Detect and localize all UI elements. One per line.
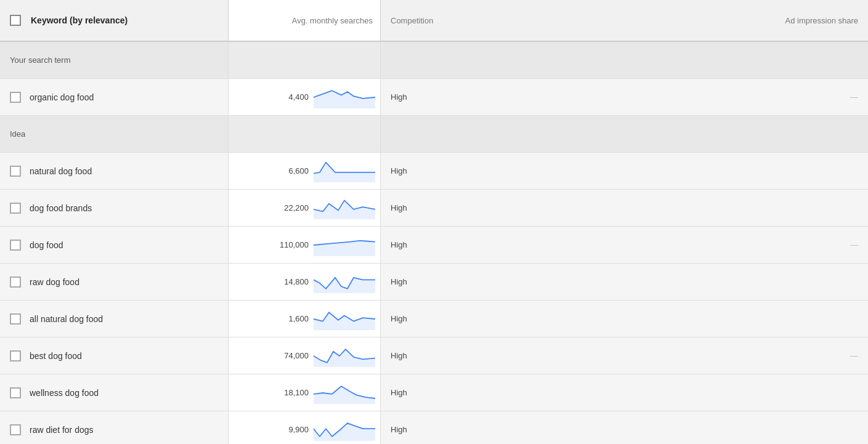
cell-avg-searches: 74,000	[228, 337, 381, 374]
sparkline	[314, 160, 375, 182]
avg-number: 9,900	[272, 425, 309, 434]
ad-impression-dash: —	[850, 240, 858, 249]
keyword-text: raw diet for dogs	[30, 425, 94, 435]
cell-keyword: wellness dog food	[0, 387, 228, 398]
row-checkbox[interactable]	[10, 276, 21, 288]
avg-number: 110,000	[272, 240, 309, 249]
keyword-text: wellness dog food	[30, 388, 99, 398]
row-checkbox[interactable]	[10, 240, 21, 251]
cell-keyword: organic dog food	[0, 92, 228, 103]
row-checkbox[interactable]	[10, 350, 21, 361]
row-checkbox[interactable]	[10, 424, 21, 435]
table-row: organic dog food 4,400 High —	[0, 79, 868, 116]
sparkline	[314, 197, 375, 219]
table-row: all natural dog food 1,600 High	[0, 301, 868, 337]
cell-avg-searches: 9,900	[228, 411, 381, 444]
cell-keyword: natural dog food	[0, 166, 228, 177]
cell-competition: High	[381, 203, 559, 212]
row-checkbox[interactable]	[10, 313, 21, 325]
cell-keyword: all natural dog food	[0, 313, 228, 325]
section-label: Your search term	[0, 55, 228, 65]
cell-ad-impression: —	[559, 351, 868, 360]
section-header-row: Idea	[0, 116, 868, 153]
row-checkbox[interactable]	[10, 166, 21, 177]
cell-avg-searches: 6,600	[228, 153, 381, 189]
table-row: wellness dog food 18,100 High	[0, 374, 868, 411]
cell-competition: High	[381, 277, 559, 286]
avg-number: 4,400	[272, 92, 309, 102]
cell-avg-searches: 110,000	[228, 227, 381, 263]
ad-impression-col-label: Ad impression share	[785, 16, 859, 25]
cell-ad-impression: —	[559, 92, 868, 102]
sparkline	[314, 308, 375, 330]
avg-number: 18,100	[272, 388, 309, 397]
table-body: Your search term organic dog food 4,400 …	[0, 42, 868, 444]
cell-avg-searches: 22,200	[228, 190, 381, 226]
table-row: raw diet for dogs 9,900 High	[0, 411, 868, 444]
row-checkbox[interactable]	[10, 203, 21, 214]
competition-col-label: Competition	[391, 16, 433, 25]
cell-avg-searches: 18,100	[228, 374, 381, 411]
cell-keyword: best dog food	[0, 350, 228, 361]
keyword-col-label: Keyword (by relevance)	[31, 15, 128, 25]
sparkline	[314, 86, 375, 108]
table-row: dog food brands 22,200 High	[0, 190, 868, 227]
avg-number: 1,600	[272, 314, 309, 323]
avg-number: 74,000	[272, 351, 309, 360]
sparkline	[314, 345, 375, 367]
cell-competition: High	[381, 240, 559, 249]
sparkline	[314, 271, 375, 293]
section-label: Idea	[0, 129, 228, 139]
avg-searches-col-label: Avg. monthly searches	[292, 16, 373, 25]
cell-avg-searches: 14,800	[228, 264, 381, 300]
table-row: natural dog food 6,600 High	[0, 153, 868, 190]
keyword-planner-table: Keyword (by relevance) Avg. monthly sear…	[0, 0, 868, 444]
cell-competition: High	[381, 425, 559, 434]
cell-competition: High	[381, 314, 559, 323]
cell-avg-searches: 4,400	[228, 79, 381, 115]
avg-number: 14,800	[272, 277, 309, 286]
cell-keyword: raw dog food	[0, 276, 228, 288]
cell-ad-impression: —	[559, 240, 868, 249]
table-row: raw dog food 14,800 High	[0, 264, 868, 301]
col-avg-searches-header: Avg. monthly searches	[228, 0, 381, 41]
col-ad-impression-header: Ad impression share	[559, 16, 868, 25]
col-keyword-header: Keyword (by relevance)	[0, 15, 228, 26]
table-row: dog food 110,000 High —	[0, 227, 868, 264]
cell-keyword: dog food	[0, 240, 228, 251]
ad-impression-dash: —	[850, 92, 858, 102]
keyword-text: natural dog food	[30, 166, 92, 176]
cell-competition: High	[381, 166, 559, 176]
avg-number: 6,600	[272, 166, 309, 176]
cell-avg-searches: 1,600	[228, 301, 381, 337]
avg-number: 22,200	[272, 203, 309, 212]
keyword-text: dog food brands	[30, 203, 92, 213]
keyword-text: all natural dog food	[30, 314, 103, 324]
section-avg-col	[228, 42, 381, 78]
keyword-text: organic dog food	[30, 92, 94, 102]
keyword-text: raw dog food	[30, 277, 79, 287]
row-checkbox[interactable]	[10, 387, 21, 398]
sparkline	[314, 419, 375, 441]
cell-competition: High	[381, 388, 559, 397]
select-all-checkbox[interactable]	[10, 15, 21, 26]
cell-competition: High	[381, 92, 559, 102]
sparkline	[314, 382, 375, 404]
keyword-text: best dog food	[30, 351, 82, 361]
section-header-row: Your search term	[0, 42, 868, 79]
sparkline	[314, 234, 375, 256]
row-checkbox[interactable]	[10, 92, 21, 103]
cell-keyword: raw diet for dogs	[0, 424, 228, 435]
section-avg-col	[228, 116, 381, 152]
col-competition-header: Competition	[381, 16, 559, 25]
keyword-text: dog food	[30, 240, 63, 250]
cell-keyword: dog food brands	[0, 203, 228, 214]
table-row: best dog food 74,000 High —	[0, 337, 868, 374]
ad-impression-dash: —	[850, 351, 858, 360]
table-header: Keyword (by relevance) Avg. monthly sear…	[0, 0, 868, 42]
cell-competition: High	[381, 351, 559, 360]
